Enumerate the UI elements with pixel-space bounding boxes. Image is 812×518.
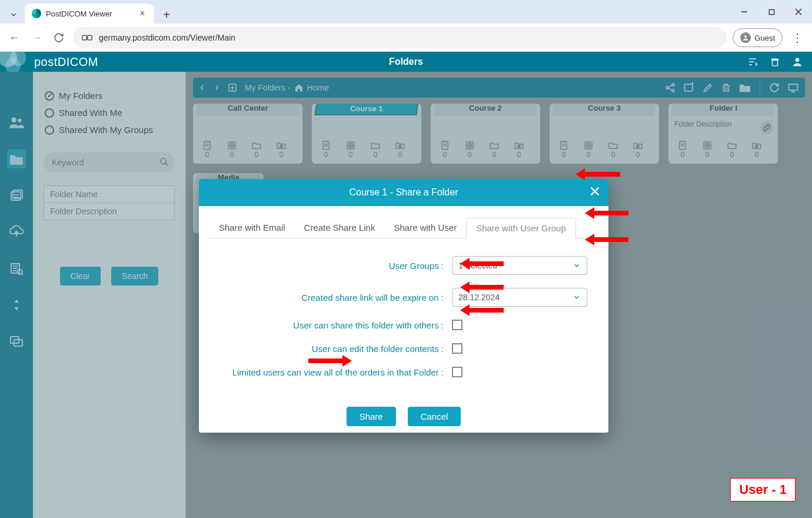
app-header: postDICOM Folders <box>0 52 812 72</box>
minimize-button[interactable] <box>731 0 758 24</box>
logo-mark-icon <box>0 52 26 72</box>
label-user-groups: User Groups : <box>389 261 444 271</box>
tab-bar: PostDICOM Viewer × + <box>0 0 812 24</box>
modal-footer: Share Cancel <box>199 400 608 433</box>
user-icon[interactable] <box>791 55 804 68</box>
user-badge: User - 1 <box>730 478 796 502</box>
can-share-checkbox[interactable] <box>452 320 462 330</box>
new-tab-button[interactable]: + <box>158 6 175 24</box>
tab-share-user[interactable]: Share with User <box>384 218 466 238</box>
url-box[interactable]: germany.postdicom.com/Viewer/Main <box>73 27 727 48</box>
row-expire: Created share link will be expire on : 2… <box>209 288 598 307</box>
can-edit-checkbox[interactable] <box>452 343 462 354</box>
expire-value: 28.12.2024 <box>458 293 500 302</box>
maximize-button[interactable] <box>758 0 785 24</box>
back-button[interactable]: ← <box>6 29 22 46</box>
app-logo: postDICOM <box>8 52 98 72</box>
modal-body: Share with Email Create Share Link Share… <box>199 206 608 400</box>
row-limited-view: Limited users can view all of the orders… <box>209 367 598 377</box>
share-button[interactable]: Share <box>347 407 396 426</box>
share-tabs: Share with Email Create Share Link Share… <box>209 218 598 238</box>
svg-rect-5 <box>88 35 92 40</box>
reload-button[interactable] <box>51 29 67 46</box>
sort-icon[interactable] <box>746 55 759 68</box>
forward-button[interactable]: → <box>28 29 45 46</box>
browser-tab[interactable]: PostDICOM Viewer × <box>25 4 154 24</box>
svg-point-6 <box>744 35 747 38</box>
page-title: Folders <box>389 57 423 67</box>
address-bar: ← → germany.postdicom.com/Viewer/Main Gu… <box>0 24 812 52</box>
expire-date-select[interactable]: 28.12.2024 <box>452 288 587 307</box>
guest-profile-button[interactable]: Guest <box>733 28 783 47</box>
label-expire: Created share link will be expire on : <box>301 293 444 303</box>
url-text: germany.postdicom.com/Viewer/Main <box>99 33 235 42</box>
cancel-button[interactable]: Cancel <box>408 407 461 426</box>
tab-close-icon[interactable]: × <box>138 9 147 18</box>
svg-point-11 <box>796 58 800 62</box>
modal-close-icon[interactable] <box>588 185 601 198</box>
guest-label: Guest <box>754 34 775 42</box>
modal-title: Course 1 - Share a Folder <box>350 187 458 198</box>
modal-header: Course 1 - Share a Folder <box>199 179 608 206</box>
label-limited-view: Limited users can view all of the orders… <box>232 367 444 377</box>
share-folder-modal: Course 1 - Share a Folder Share with Ema… <box>199 179 608 433</box>
row-can-edit: User can edit the folder contents : <box>209 343 598 354</box>
label-can-edit: User can edit the folder contents : <box>312 344 444 354</box>
label-can-share: User can share this folder with others : <box>293 320 444 330</box>
tab-share-user-group[interactable]: Share with User Group <box>466 218 576 238</box>
tab-share-email[interactable]: Share with Email <box>209 218 295 238</box>
tab-create-link[interactable]: Create Share Link <box>295 218 385 238</box>
browser-menu-button[interactable]: ⋮ <box>788 29 806 47</box>
tab-title: PostDICOM Viewer <box>46 9 133 18</box>
app-root: postDICOM Folders My Folders Shared With… <box>0 52 812 518</box>
close-window-button[interactable] <box>785 0 812 24</box>
site-info-icon[interactable] <box>81 32 93 43</box>
user-groups-select[interactable]: 1 Selected <box>452 256 587 275</box>
limited-view-checkbox[interactable] <box>452 367 462 377</box>
row-user-groups: User Groups : 1 Selected <box>209 256 598 275</box>
chevron-down-icon <box>573 261 581 270</box>
chevron-down-icon <box>573 293 581 301</box>
trash-icon[interactable] <box>768 55 781 68</box>
svg-rect-4 <box>82 35 87 40</box>
header-actions <box>746 55 804 68</box>
browser-chrome: PostDICOM Viewer × + ← → germany.postdic… <box>0 0 812 52</box>
window-controls <box>731 0 812 24</box>
tab-dropdown[interactable] <box>5 6 22 24</box>
svg-rect-1 <box>769 9 774 14</box>
person-icon <box>740 32 751 43</box>
user-groups-value: 1 Selected <box>458 261 497 270</box>
row-can-share: User can share this folder with others : <box>209 320 598 330</box>
logo-text: postDICOM <box>34 55 98 69</box>
favicon <box>32 9 41 18</box>
